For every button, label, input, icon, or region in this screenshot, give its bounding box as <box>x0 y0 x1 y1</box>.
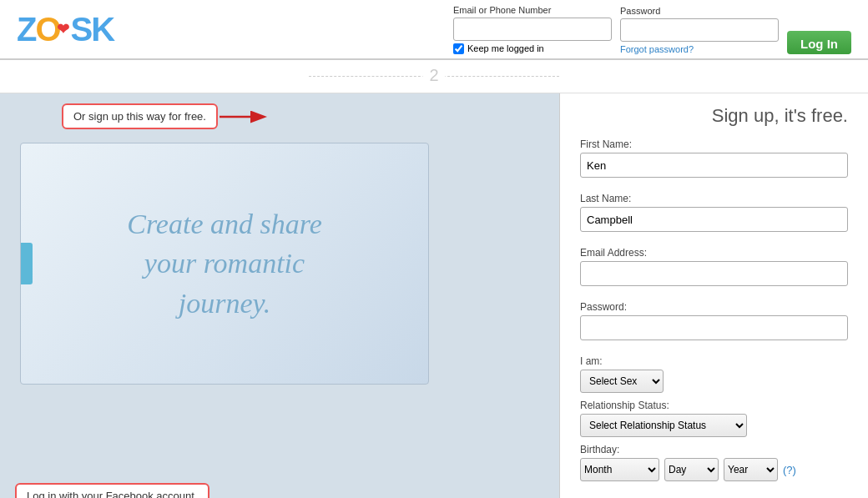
signup-callout-text: Or sign up this way for free. <box>73 110 206 123</box>
facebook-tooltip-area: Log in with your Facebook account. <box>15 483 209 498</box>
i-am-label: I am: <box>580 355 848 367</box>
relationship-select[interactable]: Select Relationship Status Single Divorc… <box>580 414 747 437</box>
facebook-tooltip-text: Log in with your Facebook account. <box>27 490 198 498</box>
relationship-group: Relationship Status: Select Relationship… <box>580 400 848 437</box>
email-input[interactable] <box>453 18 612 41</box>
birthday-day-select[interactable]: Day <box>664 458 719 481</box>
email-address-input[interactable] <box>580 261 848 286</box>
sex-select[interactable]: Select Sex Male Female <box>580 370 664 393</box>
dot-divider: 2 <box>309 76 559 77</box>
forgot-password-link[interactable]: Forgot password? <box>620 44 694 54</box>
callout-area: Or sign up this way for free. <box>62 103 218 129</box>
birthday-group: Birthday: Month January February March A… <box>580 444 848 481</box>
logo-z: Z <box>17 11 35 48</box>
hero-image: Create and share your romantic journey. <box>20 143 429 385</box>
first-name-input[interactable] <box>580 153 848 178</box>
decoration-bar: 2 <box>0 60 868 93</box>
hero-line1: Create and share <box>127 209 322 239</box>
birthday-month-select[interactable]: Month January February March April May J… <box>580 458 659 481</box>
hero-line3: journey. <box>179 288 270 319</box>
step-number: 2 <box>422 66 445 85</box>
email-group: Email Address: <box>580 247 848 294</box>
header-password-input[interactable] <box>620 18 779 42</box>
signup-password-input[interactable] <box>580 315 848 340</box>
first-name-label: First Name: <box>580 138 848 150</box>
logo-sk: SK <box>71 11 114 48</box>
signup-title: Sign up, it's free. <box>580 105 848 127</box>
keep-logged-in-text: Keep me logged in <box>467 43 544 53</box>
keep-logged-in-label[interactable]: Keep me logged in <box>453 43 544 54</box>
right-panel: Sign up, it's free. First Name: Last Nam… <box>559 93 868 498</box>
hero-tagline: Create and share your romantic journey. <box>110 188 339 340</box>
keep-logged-in-checkbox[interactable] <box>453 43 464 54</box>
last-name-input[interactable] <box>580 207 848 232</box>
first-name-group: First Name: <box>580 138 848 186</box>
page-header: ZO❤SK Email or Phone Number Keep me logg… <box>0 0 868 60</box>
password-group: Password: <box>580 301 848 349</box>
logo-heart: ❤ <box>57 22 68 37</box>
email-address-label: Email Address: <box>580 247 848 259</box>
birthday-label: Birthday: <box>580 444 848 455</box>
header-login-area: Email or Phone Number Keep me logged in … <box>453 5 851 54</box>
facebook-tooltip-box: Log in with your Facebook account. <box>15 483 209 498</box>
email-label: Email or Phone Number <box>453 5 612 15</box>
last-name-label: Last Name: <box>580 193 848 204</box>
email-field-group: Email or Phone Number Keep me logged in <box>453 5 612 54</box>
password-field-group: Password Forgot password? <box>620 6 779 54</box>
last-name-group: Last Name: <box>580 193 848 240</box>
birthday-row: Month January February March April May J… <box>580 458 848 481</box>
main-content: Or sign up this way for free. Create and… <box>0 93 868 498</box>
left-panel: Or sign up this way for free. Create and… <box>0 93 559 498</box>
birthday-help-link[interactable]: (?) <box>783 464 796 476</box>
relationship-label: Relationship Status: <box>580 400 848 411</box>
password-label: Password <box>620 6 779 16</box>
hero-line2: your romantic <box>144 248 305 279</box>
birthday-year-select[interactable]: Year <box>724 458 778 481</box>
login-button[interactable]: Log In <box>787 31 851 54</box>
callout-arrow-right <box>220 107 270 127</box>
i-am-group: I am: Select Sex Male Female <box>580 355 848 393</box>
hero-blue-bar <box>21 243 33 284</box>
signup-password-label: Password: <box>580 301 848 313</box>
logo: ZO❤SK <box>17 13 114 46</box>
signup-callout-box: Or sign up this way for free. <box>62 103 218 129</box>
